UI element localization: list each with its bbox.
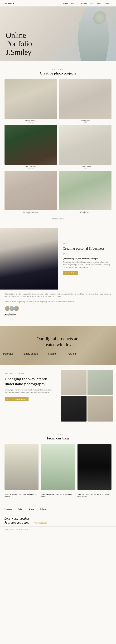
portfolio-subcaption: Collection <box>4 168 57 169</box>
nav-pages[interactable]: Pages <box>71 2 77 4</box>
nav-shop[interactable]: Shop <box>97 2 101 4</box>
portfolio-item[interactable]: Wedding store Store <box>59 171 112 215</box>
about-section: ABOUT Creating personal & business portf… <box>0 228 116 290</box>
hero-text: Online Portfolio J.Smiley <box>6 31 32 56</box>
marquee-strip: Portraits ✦ Family shoots ✦ Fashion ✦ Po… <box>0 352 116 355</box>
about-title: Creating personal & business portfolio <box>63 246 111 256</box>
about-read-more-button[interactable]: READ MORE <box>63 270 78 275</box>
portfolio-caption: Accesories collection <box>4 211 57 213</box>
corporate-content: CORPORATE SERVICE Changing the way brand… <box>0 365 58 426</box>
hero-title: Online Portfolio J.Smiley <box>6 31 32 56</box>
footer-sep-2: / <box>25 508 26 510</box>
portfolio-item[interactable]: Male collection Collection <box>4 79 57 123</box>
footer-dribble-link[interactable]: Dribble <box>29 508 34 510</box>
blog-post-3[interactable]: Blog Light, saturation, contrast: settin… <box>78 444 112 498</box>
portfolio-caption: Male collection <box>4 120 57 122</box>
testimonial-prev-button[interactable]: ← <box>4 318 7 321</box>
corporate-image-3 <box>61 396 87 422</box>
nav-home[interactable]: Home <box>63 2 68 4</box>
blog-post-title-1: Seasonal portrait photography challenges… <box>4 494 38 498</box>
about-image <box>0 228 58 290</box>
testimonial-name: Angelica Sole <box>4 313 112 315</box>
hero-counter: 01 / 03 <box>104 54 110 56</box>
blog-image-3 <box>78 444 112 490</box>
footer-sep-3: / <box>37 508 37 510</box>
marquee-star-1: ✦ <box>17 352 19 355</box>
corporate-text: Changing the way brands understand. Inci… <box>5 389 53 394</box>
blog-image-1 <box>4 444 38 490</box>
testimonials-text-2: Labore et dolore magna aliqua ut enim ad… <box>4 300 112 303</box>
footer-copyright: Powered © 2022. All rights reserved <box>4 528 28 530</box>
portfolio-subcaption: Store <box>59 213 112 214</box>
about-text-1: Conqüering ulta, sed do eiusmod tempor. … <box>63 261 111 269</box>
blog-post-title-2: A beginner's guide to choosing a mirrorl… <box>41 494 75 498</box>
corporate-title: Changing the way brands understand photo… <box>5 376 53 386</box>
blog-post-2[interactable]: Blog A beginner's guide to choosing a mi… <box>41 444 75 498</box>
blog-label: TOP NEWS <box>4 434 112 435</box>
marquee-star-3: ✦ <box>61 352 63 355</box>
about-label: ABOUT <box>63 243 111 244</box>
marquee-title: Our digital products are created with lo… <box>0 336 116 348</box>
blog-date-2: Blog <box>41 491 75 493</box>
portfolio-image-accessories <box>4 171 57 210</box>
corporate-cta-button[interactable]: Ready to change more! <box>5 397 28 401</box>
nav-contacts[interactable]: Contacts <box>104 2 112 4</box>
about-content: ABOUT Creating personal & business portf… <box>58 228 116 290</box>
portfolio-title: Creative photo projects <box>4 71 112 76</box>
portfolio-image-fall <box>4 125 57 165</box>
footer-nav: Facebook / Twitter / Dribble / Instagram <box>0 505 116 513</box>
portfolio-subcaption: Store <box>59 122 112 123</box>
portfolio-image-male <box>4 79 57 119</box>
footer-cta-line2: Just drop me a line — info@xmpl.com <box>4 521 112 524</box>
portfolio-item[interactable]: Cosmetic store Store <box>59 125 112 169</box>
avatar-3 <box>13 306 19 311</box>
testimonial-role: Web developer <box>4 315 112 317</box>
view-all-link[interactable]: View All Works <box>52 218 64 220</box>
testimonial-next-button[interactable]: → <box>8 318 10 321</box>
footer-bottom: Powered © 2022. All rights reserved <box>0 526 116 532</box>
footer-instagram-link[interactable]: Instagram <box>40 508 47 510</box>
portfolio-label: PORTFOLIO <box>4 68 112 70</box>
portfolio-caption: Jewelry store <box>59 120 112 122</box>
nav-portfolio[interactable]: Portfolio <box>79 2 87 4</box>
testimonials-text-1: Illictur sint dlics ut nobis vulquis nul… <box>4 293 112 298</box>
footer-facebook-link[interactable]: Facebook <box>4 508 11 510</box>
portfolio-item[interactable]: Fall collection Collection <box>4 125 57 169</box>
footer-sep-1: / <box>14 508 15 510</box>
nav-blog[interactable]: Blog <box>90 2 94 4</box>
portfolio-caption: Wedding store <box>59 211 112 213</box>
view-all[interactable]: View All Works <box>4 217 112 220</box>
portfolio-section: PORTFOLIO Creative photo projects Male c… <box>0 62 116 223</box>
blog-image-2 <box>41 444 75 490</box>
footer-twitter-link[interactable]: Twitter <box>18 508 22 510</box>
navigation: CHROMA Home Pages Portfolio Blog Shop Co… <box>0 0 116 6</box>
footer-email-link[interactable]: info@xmpl.com <box>33 522 47 524</box>
marquee-star-2: ✦ <box>42 352 44 355</box>
nav-links: Home Pages Portfolio Blog Shop Contacts <box>63 2 112 4</box>
corporate-section: CORPORATE SERVICE Changing the way brand… <box>0 365 116 426</box>
portfolio-grid: Male collection Collection Jewelry store… <box>4 79 112 214</box>
footer-cta-line1: Let's work together! <box>4 517 112 520</box>
portfolio-subcaption: Store <box>59 168 112 169</box>
marquee-item-3: Fashion <box>48 352 57 355</box>
marquee-item-repeat: Portraits <box>67 352 77 355</box>
about-subtitle: Quisissoning elit, sed do eiusmod tempor… <box>63 258 111 260</box>
portfolio-image-wedding <box>59 171 112 210</box>
corporate-label: CORPORATE SERVICE <box>5 373 53 374</box>
portfolio-caption: Fall collection <box>4 166 57 168</box>
blog-post-1[interactable]: Blog Seasonal portrait photography chall… <box>4 444 38 498</box>
portfolio-item[interactable]: Jewelry store Store <box>59 79 112 123</box>
testimonial-nav: ← → <box>4 318 112 321</box>
corporate-image-2 <box>88 370 113 395</box>
avatars-row <box>4 306 112 311</box>
footer-cta: Let's work together! Just drop me a line… <box>0 513 116 526</box>
marquee-item-1: Portraits <box>3 352 13 355</box>
corporate-image-1 <box>61 370 87 395</box>
portfolio-subcaption: Collection <box>4 213 57 214</box>
testimonials-section: Illictur sint dlics ut nobis vulquis nul… <box>0 290 116 326</box>
corporate-image-4 <box>88 396 113 422</box>
blog-title: From our blog <box>4 436 112 440</box>
marquee-section: Our digital products are created with lo… <box>0 326 116 365</box>
portfolio-item[interactable]: Accesories collection Collection <box>4 171 57 215</box>
marquee-item-2: Family shoots <box>22 352 38 355</box>
